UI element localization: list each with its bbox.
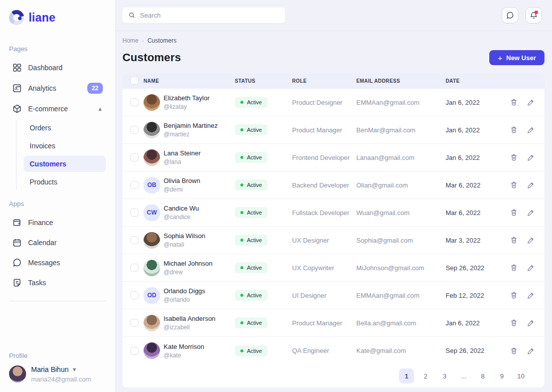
sidebar-item-analytics[interactable]: Analytics 22	[9, 78, 106, 99]
customer-name: Lana Steiner	[164, 149, 235, 157]
row-checkbox[interactable]	[130, 181, 139, 189]
analytics-icon	[12, 83, 22, 93]
column-header-name[interactable]: NAME	[144, 78, 235, 84]
delete-row-button[interactable]	[507, 261, 521, 275]
package-icon	[12, 104, 22, 114]
delete-row-button[interactable]	[507, 178, 521, 192]
column-header-status[interactable]: STATUS	[235, 78, 292, 84]
sidebar-item-label: Dashboard	[28, 64, 63, 72]
table-row[interactable]: CWCandice Wu@candiceActiveFullstack Deve…	[122, 199, 544, 227]
table-row[interactable]: Isabella Anderson@izzabellActiveProduct …	[122, 309, 544, 337]
select-all-checkbox[interactable]	[130, 77, 139, 85]
column-header-role[interactable]: ROLE	[292, 78, 356, 84]
chevron-down-icon[interactable]: ▼︎	[72, 366, 77, 372]
column-header-date[interactable]: DATE	[446, 78, 507, 84]
page-button[interactable]: 9	[494, 368, 509, 383]
delete-row-button[interactable]	[507, 206, 521, 220]
customer-date: Jan 6, 2022	[446, 319, 507, 327]
edit-row-button[interactable]	[524, 316, 538, 330]
table-row[interactable]: Elizabeth Taylor@lizatayActiveProduct De…	[122, 89, 544, 116]
customer-role: Fullstack Developer	[292, 209, 356, 217]
status-dot-icon	[240, 349, 243, 352]
support-chat-button[interactable]	[502, 7, 518, 24]
delete-row-button[interactable]	[507, 344, 521, 358]
delete-row-button[interactable]	[507, 316, 521, 330]
row-checkbox[interactable]	[130, 126, 139, 134]
edit-row-button[interactable]	[524, 150, 538, 164]
sidebar-divider	[9, 301, 106, 301]
table-row[interactable]: Michael Johnson@drewActiveUX CopywriterM…	[122, 254, 544, 282]
customer-name: Olivia Brown	[164, 177, 235, 184]
sidebar-item-ecommerce[interactable]: E-commerce ▲︎	[9, 99, 106, 119]
row-checkbox[interactable]	[130, 291, 139, 299]
edit-row-button[interactable]	[524, 95, 538, 109]
sidebar-item-invoices[interactable]: Invoices	[24, 138, 106, 154]
row-checkbox[interactable]	[130, 153, 139, 161]
customer-handle: @lizatay	[164, 103, 235, 110]
table-row[interactable]: Kate Morrison@kateActiveQA EngineerKate@…	[122, 337, 544, 364]
table-row[interactable]: Lana Steiner@lanaActiveFrontend Develope…	[122, 144, 544, 171]
edit-icon	[527, 291, 535, 299]
row-checkbox[interactable]	[130, 98, 139, 106]
avatar	[144, 122, 160, 138]
customer-email: Olian@gmail.com	[356, 181, 446, 189]
status-dot-icon	[240, 294, 243, 297]
sidebar-item-customers[interactable]: Customers	[24, 156, 106, 172]
avatar	[144, 232, 160, 249]
sidebar-item-orders[interactable]: Orders	[24, 120, 106, 136]
avatar	[144, 149, 160, 166]
sidebar-item-products[interactable]: Products	[24, 174, 106, 190]
customer-date: Mar 3, 2022	[446, 237, 507, 244]
edit-row-button[interactable]	[524, 233, 538, 247]
customers-table-card: NAME STATUS ROLE EMAIL ADDRESS DATE Eliz…	[122, 73, 544, 387]
page-button[interactable]: 2	[418, 368, 433, 383]
edit-row-button[interactable]	[524, 344, 538, 358]
edit-row-button[interactable]	[524, 206, 538, 220]
row-checkbox[interactable]	[130, 209, 139, 217]
search-input[interactable]	[140, 12, 279, 19]
edit-icon	[527, 319, 535, 327]
sidebar-item-tasks[interactable]: Tasks	[9, 273, 106, 293]
status-dot-icon	[240, 239, 243, 242]
status-badge: Active	[235, 124, 267, 135]
customer-date: Sep 26, 2022	[446, 347, 507, 354]
logo[interactable]: liane	[9, 10, 106, 25]
row-checkbox[interactable]	[130, 347, 139, 355]
table-row[interactable]: Sophia Wilson@nataliActiveUX DesignerSop…	[122, 227, 544, 254]
page-button[interactable]: 8	[475, 368, 490, 383]
customer-name: Orlando Diggs	[164, 287, 235, 295]
customer-role: Frontend Developer	[292, 154, 356, 161]
edit-row-button[interactable]	[524, 123, 538, 137]
new-user-button[interactable]: + New User	[489, 50, 544, 65]
delete-row-button[interactable]	[507, 288, 521, 302]
sidebar-item-finance[interactable]: Finance	[9, 213, 106, 233]
delete-row-button[interactable]	[507, 150, 521, 164]
trash-icon	[510, 181, 518, 189]
table-row[interactable]: ODOrlando Diggs@orlandoActiveUI Designer…	[122, 282, 544, 309]
page-button[interactable]: 3	[437, 368, 452, 383]
row-checkbox[interactable]	[130, 319, 139, 327]
delete-row-button[interactable]	[507, 123, 521, 137]
breadcrumb-home[interactable]: Home	[122, 37, 139, 44]
notifications-button[interactable]	[525, 7, 542, 24]
edit-row-button[interactable]	[524, 178, 538, 192]
edit-icon	[527, 153, 535, 161]
page-button[interactable]: 1	[399, 368, 414, 383]
table-row[interactable]: Benjamin Martinez@martiezActiveProduct M…	[122, 116, 544, 144]
customer-date: Feb 12, 2022	[446, 292, 507, 299]
row-checkbox[interactable]	[130, 236, 139, 244]
delete-row-button[interactable]	[507, 233, 521, 247]
page-button[interactable]: 10	[513, 368, 528, 383]
edit-row-button[interactable]	[524, 288, 538, 302]
sidebar-item-dashboard[interactable]: Dashboard	[9, 58, 106, 78]
edit-row-button[interactable]	[524, 261, 538, 275]
column-header-email[interactable]: EMAIL ADDRESS	[356, 78, 446, 84]
sidebar-item-messages[interactable]: Messages	[9, 253, 106, 273]
customer-role: Product Manager	[292, 126, 356, 134]
table-row[interactable]: OBOlivia Brown@demiActiveBackend Develop…	[122, 171, 544, 199]
row-checkbox[interactable]	[130, 264, 139, 272]
profile-menu[interactable]: Maria Bihun ▼︎ maria24@gmail.com	[9, 365, 106, 383]
customer-role: UX Designer	[292, 237, 356, 244]
delete-row-button[interactable]	[507, 95, 521, 109]
sidebar-item-calendar[interactable]: Calendar	[9, 233, 106, 253]
